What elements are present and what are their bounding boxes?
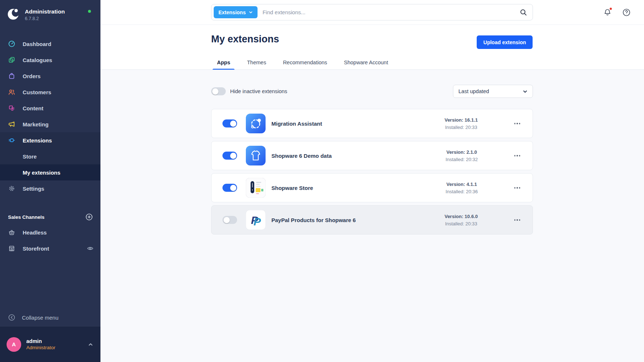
sidebar-item-store[interactable]: Store: [0, 148, 100, 164]
sidebar-item-extensions[interactable]: Extensions: [0, 132, 100, 148]
context-menu-button[interactable]: [513, 120, 522, 127]
context-menu-button[interactable]: [513, 216, 522, 224]
extension-toggle[interactable]: [222, 184, 237, 192]
user-menu[interactable]: A admin Administrator: [0, 326, 100, 362]
extension-installed: Installed: 20:33: [445, 125, 478, 130]
migration-assistant-icon: [246, 114, 266, 133]
context-menu-button[interactable]: [513, 152, 522, 159]
help-button[interactable]: [622, 8, 631, 17]
sidebar-item-label: Content: [23, 105, 43, 111]
extension-toggle[interactable]: [222, 152, 237, 160]
online-status-dot: [88, 10, 91, 13]
extension-installed: Installed: 20:32: [446, 157, 478, 162]
extension-version: Version: 10.6.0: [445, 214, 478, 219]
sidebar-item-label: My extensions: [23, 169, 60, 176]
sidebar-item-label: Settings: [23, 186, 44, 192]
marketing-icon: [8, 121, 15, 128]
extension-meta: Version: 16.1.1 Installed: 20:33: [445, 117, 478, 130]
question-circle-icon: [622, 8, 631, 17]
sidebar: Administration 6.7.8.2 Dashboard Catalog…: [0, 0, 100, 362]
add-sales-channel-icon[interactable]: [85, 213, 93, 221]
sidebar-item-label: Storefront: [23, 245, 49, 252]
sidebar-item-label: Dashboard: [23, 41, 51, 47]
extensions-icon: [8, 137, 15, 144]
sidebar-item-content[interactable]: Content: [0, 100, 100, 116]
context-menu-button[interactable]: [513, 184, 522, 191]
notifications-button[interactable]: [603, 8, 612, 17]
sidebar-item-settings[interactable]: Settings: [0, 180, 100, 197]
extension-name: Migration Assistant: [271, 121, 322, 127]
collapse-menu-button[interactable]: Collapse menu: [0, 309, 100, 326]
extension-meta: Version: 4.1.1 Installed: 20:36: [446, 182, 478, 194]
sales-channels-header: Sales Channels: [0, 210, 100, 224]
extension-toggle[interactable]: [222, 119, 237, 127]
tab-apps[interactable]: Apps: [211, 56, 236, 69]
settings-gear-icon: [8, 185, 15, 192]
extension-version: Version: 16.1.1: [445, 117, 478, 123]
chevron-up-icon: [88, 342, 93, 347]
catalogues-icon: [8, 56, 15, 64]
sidebar-item-catalogues[interactable]: Catalogues: [0, 52, 100, 68]
app-version: 6.7.8.2: [25, 16, 65, 21]
avatar-initial: A: [12, 341, 16, 347]
topbar: Extensions: [100, 0, 644, 25]
sidebar-item-orders[interactable]: Orders: [0, 68, 100, 84]
sidebar-header: Administration 6.7.8.2: [0, 0, 100, 26]
sidebar-item-my-extensions[interactable]: My extensions: [0, 164, 100, 180]
sidebar-item-label: Catalogues: [23, 57, 52, 63]
list-controls: Hide inactive extensions Last updated: [211, 87, 533, 96]
sidebar-item-label: Orders: [23, 73, 41, 79]
extension-row-demo-data: Shopware 6 Demo data Version: 2.1.0 Inst…: [211, 141, 533, 170]
sidebar-item-marketing[interactable]: Marketing: [0, 116, 100, 132]
search-input[interactable]: [263, 9, 519, 15]
extension-row-shopware-store: Shopware Store Version: 4.1.1 Installed:…: [211, 173, 533, 202]
tab-themes[interactable]: Themes: [241, 56, 272, 69]
extension-name: Shopware 6 Demo data: [271, 153, 332, 159]
extension-meta: Version: 10.6.0 Installed: 20:33: [445, 214, 478, 226]
customers-icon: [8, 88, 15, 96]
demo-data-tshirt-icon: [246, 146, 266, 165]
preview-eye-icon[interactable]: [87, 245, 94, 252]
app-title: Administration: [25, 7, 65, 15]
sidebar-item-storefront[interactable]: Storefront: [0, 240, 100, 256]
search-icon[interactable]: [519, 8, 527, 16]
extension-version: Version: 2.1.0: [446, 149, 478, 155]
extension-installed: Installed: 20:36: [446, 189, 478, 194]
global-search-bar[interactable]: Extensions: [211, 4, 533, 20]
sidebar-item-label: Customers: [23, 89, 51, 95]
extension-installed: Installed: 20:33: [445, 221, 478, 226]
sidebar-item-label: Headless: [23, 229, 47, 236]
page-title: My extensions: [211, 34, 279, 45]
topbar-icons: [603, 8, 631, 17]
orders-icon: [8, 72, 15, 80]
extension-row-paypal: P P PayPal Products for Shopware 6 Versi…: [211, 205, 533, 235]
sidebar-item-headless[interactable]: Headless: [0, 224, 100, 240]
collapse-chevron-icon: [8, 314, 15, 321]
search-scope-button[interactable]: Extensions: [214, 6, 258, 18]
sort-select[interactable]: Last updated: [453, 85, 533, 98]
sidebar-item-dashboard[interactable]: Dashboard: [0, 36, 100, 52]
sales-channels-title: Sales Channels: [8, 214, 85, 220]
page-header: My extensions Upload extension Apps Them…: [100, 25, 644, 70]
user-name: admin: [26, 338, 56, 344]
tab-shopware-account[interactable]: Shopware Account: [338, 56, 394, 69]
shopware-logo-icon: [7, 7, 20, 21]
chevron-down-icon: [523, 89, 527, 94]
hide-inactive-toggle[interactable]: [211, 87, 226, 95]
upload-extension-button[interactable]: Upload extension: [477, 35, 533, 49]
extension-toggle[interactable]: [222, 216, 237, 224]
hide-inactive-label: Hide inactive extensions: [230, 88, 287, 94]
sales-channels-section: Sales Channels Headless St: [0, 210, 100, 256]
content-area: Hide inactive extensions Last updated: [100, 70, 644, 362]
chevron-down-icon: [249, 10, 253, 14]
collapse-menu-label: Collapse menu: [22, 315, 58, 321]
sidebar-item-customers[interactable]: Customers: [0, 84, 100, 100]
extension-row-migration-assistant: Migration Assistant Version: 16.1.1 Inst…: [211, 109, 533, 138]
dashboard-icon: [8, 40, 15, 47]
tab-bar: Apps Themes Recommendations Shopware Acc…: [211, 56, 394, 69]
tab-recommendations[interactable]: Recommendations: [277, 56, 333, 69]
avatar: A: [7, 337, 21, 352]
extension-name: PayPal Products for Shopware 6: [271, 217, 356, 223]
app-window: Administration 6.7.8.2 Dashboard Catalog…: [0, 0, 644, 362]
extension-list: Migration Assistant Version: 16.1.1 Inst…: [211, 109, 533, 235]
